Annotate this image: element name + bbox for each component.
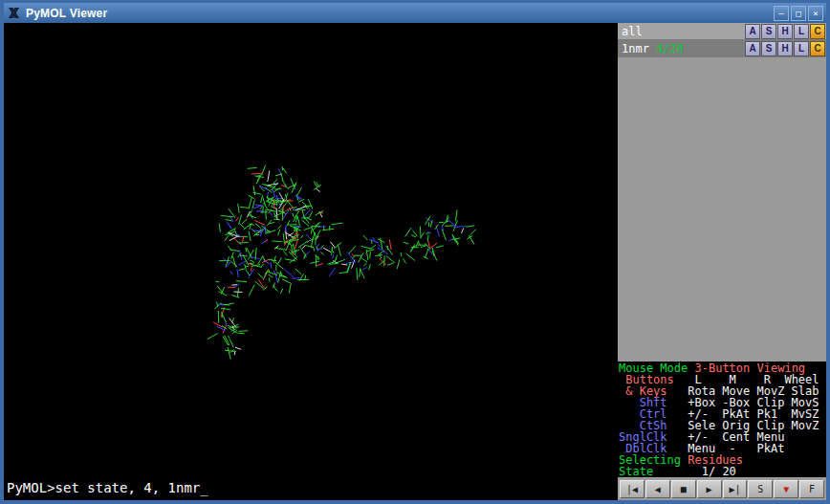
command-text: set state, 4, 1nmr_ — [55, 480, 208, 495]
color-button[interactable]: C — [810, 41, 825, 56]
label-button[interactable]: L — [794, 24, 809, 39]
molecule-svg — [4, 23, 618, 477]
pymol-window: PyMOL Viewer – □ × allASHLC1nmr4/20ASHLC… — [0, 0, 830, 504]
titlebar[interactable]: PyMOL Viewer – □ × — [4, 3, 826, 23]
hide-button[interactable]: H — [777, 41, 793, 56]
minimize-button[interactable]: – — [774, 6, 789, 21]
mouse-panel-text: 1/ 20 — [660, 465, 735, 477]
scene-button[interactable]: S — [748, 480, 773, 498]
step-back-button[interactable]: ◀ — [645, 480, 670, 498]
mouse-panel-line-10: State 1/ 20 — [619, 466, 825, 477]
playback-bar: |◀◀■▶▶|S▼F — [618, 477, 826, 500]
object-name[interactable]: all — [622, 25, 643, 38]
viewport-3d[interactable] — [4, 23, 618, 477]
window-controls: – □ × — [774, 6, 823, 21]
play-button[interactable]: ▶ — [697, 480, 722, 498]
label-button[interactable]: L — [794, 41, 809, 56]
object-name[interactable]: 1nmr — [622, 42, 649, 55]
window-title: PyMOL Viewer — [26, 7, 107, 20]
hide-button[interactable]: H — [777, 24, 793, 39]
go-to-start-button[interactable]: |◀ — [620, 480, 644, 498]
show-button[interactable]: S — [761, 24, 776, 39]
action-button[interactable]: A — [745, 24, 760, 39]
show-button[interactable]: S — [761, 41, 776, 56]
stop-button[interactable]: ■ — [671, 480, 696, 498]
action-button[interactable]: A — [745, 41, 760, 56]
color-button[interactable]: C — [810, 24, 825, 39]
object-state: 4/20 — [656, 42, 684, 55]
object-list: allASHLC1nmr4/20ASHLC — [618, 23, 826, 57]
object-buttons: ASHLC — [744, 41, 826, 56]
sidebar: allASHLC1nmr4/20ASHLC Mouse Mode 3-Butto… — [618, 23, 826, 477]
object-buttons: ASHLC — [744, 24, 826, 39]
command-input[interactable]: PyMOL>set state, 4, 1nmr_ — [4, 477, 618, 500]
command-prompt: PyMOL> — [7, 480, 55, 495]
mouse-panel-text: State — [619, 465, 660, 477]
loop-button[interactable]: ▼ — [774, 480, 798, 498]
x11-logo-icon[interactable] — [7, 6, 21, 20]
object-row-all[interactable]: allASHLC — [618, 23, 826, 40]
object-row-1nmr[interactable]: 1nmr4/20ASHLC — [618, 40, 826, 57]
go-to-end-button[interactable]: ▶| — [723, 480, 748, 498]
x11-logo-svg — [8, 7, 20, 19]
close-button[interactable]: × — [808, 6, 823, 21]
maximize-button[interactable]: □ — [791, 6, 806, 21]
fullscreen-button[interactable]: F — [799, 480, 824, 498]
mouse-panel: Mouse Mode 3-Button Viewing Buttons L M … — [618, 362, 826, 477]
